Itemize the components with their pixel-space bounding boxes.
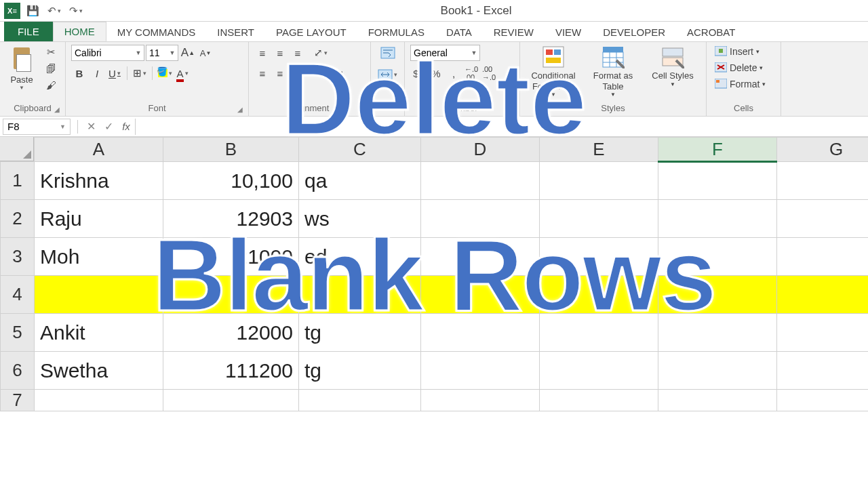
row-header[interactable]: 1	[1, 162, 35, 200]
tab-acrobat[interactable]: ACROBAT	[676, 23, 746, 41]
spreadsheet-grid[interactable]: A B C D E F G 1Krishna10,100qa2Raju12903…	[0, 137, 868, 411]
row-header[interactable]: 4	[1, 276, 35, 314]
align-middle-button[interactable]: ≡	[272, 45, 288, 61]
merge-center-button[interactable]	[378, 66, 397, 83]
tab-insert[interactable]: INSERT	[206, 23, 265, 41]
row-header[interactable]: 7	[1, 390, 35, 411]
bold-button[interactable]: B	[71, 65, 87, 81]
cell-B3[interactable]: 21000	[163, 238, 299, 276]
tab-file[interactable]: FILE	[4, 22, 53, 41]
row-2[interactable]: 2Raju12903ws	[1, 200, 869, 238]
cell-A5[interactable]: Ankit	[35, 314, 163, 352]
accounting-format-button[interactable]: $	[410, 65, 427, 81]
cell-C7[interactable]	[299, 390, 421, 411]
decrease-indent-button[interactable]: ⇤	[313, 65, 329, 81]
select-all-corner[interactable]	[0, 137, 34, 161]
cell-F2[interactable]	[658, 200, 777, 238]
row-header[interactable]: 2	[1, 200, 35, 238]
align-left-button[interactable]: ≡	[254, 65, 271, 81]
align-right-button[interactable]: ≡	[290, 65, 306, 81]
cell-E7[interactable]	[540, 390, 658, 411]
copy-button[interactable]: 🗐	[42, 61, 60, 76]
border-button[interactable]: ⊞	[132, 65, 148, 81]
cell-G7[interactable]	[777, 390, 869, 411]
row-header[interactable]: 3	[1, 238, 35, 276]
cell-C4[interactable]	[299, 276, 421, 314]
cell-G5[interactable]	[777, 314, 869, 352]
col-header-D[interactable]: D	[421, 138, 540, 162]
cell-D5[interactable]	[421, 314, 540, 352]
cell-G1[interactable]	[777, 162, 869, 200]
cell-A3[interactable]: Moh	[35, 238, 163, 276]
cell-D1[interactable]	[421, 162, 540, 200]
cell-D7[interactable]	[421, 390, 540, 411]
tab-view[interactable]: VIEW	[545, 23, 592, 41]
number-launcher[interactable]: ◢	[509, 106, 514, 113]
conditional-formatting-button[interactable]: Conditional Formatting▼	[526, 45, 581, 98]
cell-A2[interactable]: Raju	[35, 200, 163, 238]
col-header-E[interactable]: E	[540, 138, 658, 162]
cell-G4[interactable]	[777, 276, 869, 314]
cell-styles-button[interactable]: Cell Styles▼	[645, 45, 701, 87]
tab-mycommands[interactable]: MY COMMANDS	[106, 23, 207, 41]
formula-input[interactable]	[135, 119, 868, 135]
cell-B4[interactable]	[163, 276, 299, 314]
cell-D6[interactable]	[421, 352, 540, 390]
column-headers[interactable]: A B C D E F G	[1, 138, 869, 162]
cell-F5[interactable]	[658, 314, 777, 352]
col-header-C[interactable]: C	[299, 138, 421, 162]
number-format-combo[interactable]: ▼	[410, 45, 480, 61]
cell-C1[interactable]: qa	[299, 162, 421, 200]
orientation-button[interactable]: ⤢	[313, 45, 329, 61]
cell-F3[interactable]	[658, 238, 777, 276]
cell-B6[interactable]: 111200	[163, 352, 299, 390]
cell-E3[interactable]	[540, 238, 658, 276]
cell-E6[interactable]	[540, 352, 658, 390]
cell-B7[interactable]	[163, 390, 299, 411]
delete-cells-button[interactable]: Delete ▾	[712, 61, 766, 75]
col-header-F[interactable]: F	[658, 138, 777, 162]
cell-D2[interactable]	[421, 200, 540, 238]
cell-A7[interactable]	[35, 390, 163, 411]
cell-F4[interactable]	[658, 276, 777, 314]
row-1[interactable]: 1Krishna10,100qa	[1, 162, 869, 200]
cell-F7[interactable]	[658, 390, 777, 411]
tab-pagelayout[interactable]: PAGE LAYOUT	[265, 23, 357, 41]
col-header-A[interactable]: A	[35, 138, 163, 162]
save-button[interactable]: 💾	[23, 3, 42, 19]
insert-cells-button[interactable]: Insert ▾	[712, 45, 762, 58]
fx-button[interactable]: fx	[117, 119, 135, 135]
row-4[interactable]: 4	[1, 276, 869, 314]
cell-E4[interactable]	[540, 276, 658, 314]
enter-button[interactable]: ✓	[100, 119, 117, 135]
row-3[interactable]: 3Moh21000ed	[1, 238, 869, 276]
cell-C6[interactable]: tg	[299, 352, 421, 390]
redo-button[interactable]: ↷	[66, 3, 85, 19]
cell-E2[interactable]	[540, 200, 658, 238]
cell-G3[interactable]	[777, 238, 869, 276]
font-color-button[interactable]: A	[174, 65, 191, 81]
align-top-button[interactable]: ≡	[254, 45, 271, 61]
cell-F6[interactable]	[658, 352, 777, 390]
cell-E5[interactable]	[540, 314, 658, 352]
cell-A4[interactable]	[35, 276, 163, 314]
cell-A1[interactable]: Krishna	[35, 162, 163, 200]
cell-C2[interactable]: ws	[299, 200, 421, 238]
align-bottom-button[interactable]: ≡	[290, 45, 306, 61]
wrap-text-button[interactable]	[380, 45, 396, 61]
fill-color-button[interactable]	[157, 65, 173, 81]
cell-F1[interactable]	[658, 162, 777, 200]
cell-A6[interactable]: Swetha	[35, 352, 163, 390]
font-name-combo[interactable]: ▼	[71, 45, 144, 61]
comma-button[interactable]: ,	[446, 65, 462, 81]
align-center-button[interactable]: ≡	[272, 65, 288, 81]
format-as-table-button[interactable]: Format as Table▼	[585, 45, 641, 98]
tab-formulas[interactable]: FORMULAS	[357, 23, 435, 41]
cell-C3[interactable]: ed	[299, 238, 421, 276]
undo-button[interactable]: ↶	[45, 3, 64, 19]
format-painter-button[interactable]: 🖌	[42, 77, 60, 92]
name-box[interactable]: F8▼	[3, 119, 71, 135]
cell-D4[interactable]	[421, 276, 540, 314]
cell-D3[interactable]	[421, 238, 540, 276]
alignment-launcher[interactable]: ◢	[359, 106, 365, 113]
